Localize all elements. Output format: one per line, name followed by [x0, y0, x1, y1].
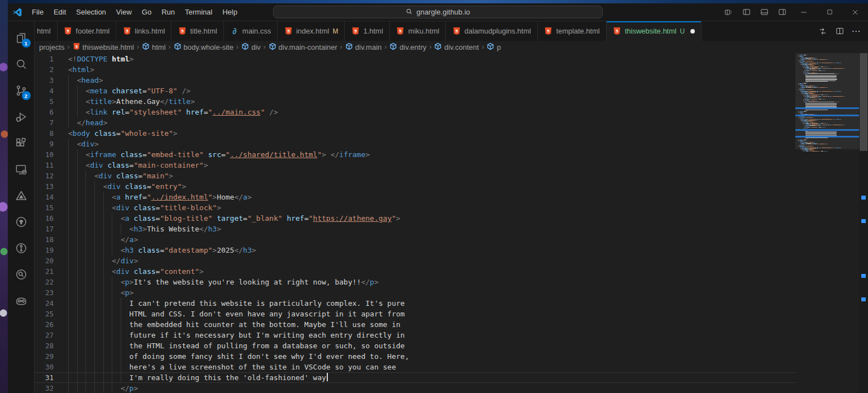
code-line-27[interactable]: 27future if it's necessary but I'm writi…: [35, 330, 795, 340]
code-line-19[interactable]: 19<h3 class="datestamp">2025</h3>: [35, 245, 795, 255]
activity-search-icon[interactable]: [8, 51, 35, 77]
menu-edit[interactable]: Edit: [49, 6, 71, 18]
code-editor[interactable]: 1<!DOCTYPE html>2<html>3<head>4<meta cha…: [35, 53, 868, 393]
menu-selection[interactable]: Selection: [71, 6, 111, 18]
toggle-panel-icon[interactable]: [755, 3, 773, 21]
code-line-10[interactable]: 10<iframe class="embed-title" src="../sh…: [35, 149, 795, 160]
code-line-21[interactable]: 21<div class="content">: [35, 266, 795, 277]
code-line-5[interactable]: 5<title>Athene.Gay</title>: [35, 96, 795, 107]
code-line-4[interactable]: 4<meta charset="UTF-8" />: [35, 86, 795, 96]
menu-terminal[interactable]: Terminal: [180, 6, 217, 18]
unsaved-dot-icon[interactable]: [690, 29, 695, 34]
code-line-9[interactable]: 9<div>: [35, 139, 795, 149]
close-button[interactable]: [842, 3, 868, 21]
tab-title.html[interactable]: 5title.html: [171, 21, 223, 41]
menu-help[interactable]: Help: [217, 6, 242, 18]
menu-go[interactable]: Go: [137, 6, 156, 18]
minimap-slider[interactable]: [795, 53, 859, 149]
code-area[interactable]: 1<!DOCTYPE html>2<html>3<head>4<meta cha…: [35, 54, 795, 393]
code-line-1[interactable]: 1<!DOCTYPE html>: [35, 54, 795, 64]
indent-guide: [85, 224, 94, 234]
indent-guide: [103, 319, 112, 330]
activity-godot-tools-icon[interactable]: [8, 287, 35, 314]
activity-extensions-icon[interactable]: [8, 130, 35, 156]
activity-gitlens-icon[interactable]: [8, 235, 35, 261]
tab-dalamudplugins.html[interactable]: 5dalamudplugins.html: [446, 21, 537, 41]
tab-index.html[interactable]: 5index.htmlM: [278, 21, 345, 41]
customize-layout-icon[interactable]: [719, 3, 737, 21]
editor-scrollbar[interactable]: [859, 53, 868, 393]
scrollbar-slider[interactable]: [860, 53, 867, 151]
code-line-26[interactable]: 26the embedded hit counter at the bottom…: [35, 319, 795, 330]
activity-explorer-icon[interactable]: 1: [8, 25, 35, 51]
breadcrumb-item-projects[interactable]: projects: [39, 43, 65, 51]
code-line-20[interactable]: 20</div>: [35, 255, 795, 266]
indent-guide: [68, 245, 77, 255]
breadcrumb-item-div.entry[interactable]: div.entry: [389, 42, 426, 52]
code-line-24[interactable]: 24I can't pretend this website is partic…: [35, 298, 795, 309]
breadcrumb-item-body.whole-site[interactable]: body.whole-site: [174, 42, 233, 52]
split-editor-icon[interactable]: [832, 24, 847, 39]
code-line-25[interactable]: 25HTML and CSS. I don't even have any ja…: [35, 309, 795, 319]
menu-file[interactable]: File: [27, 6, 49, 18]
line-number: 1: [35, 54, 54, 64]
code-line-32[interactable]: 32</p>: [35, 383, 795, 393]
tab-footer.html[interactable]: 5footer.html: [58, 21, 117, 41]
indent-guide: [103, 213, 112, 224]
minimap[interactable]: [795, 53, 859, 393]
command-center-search[interactable]: gnargle.github.io: [273, 6, 603, 18]
code-line-28[interactable]: 28the HTML instead of pulling from a dat…: [35, 340, 795, 351]
activity-commit-search-icon[interactable]: [8, 261, 35, 287]
tab-links.html[interactable]: 5links.html: [116, 21, 171, 41]
code-line-12[interactable]: 12<div class="main">: [35, 171, 795, 181]
toggle-secondary-sidebar-icon[interactable]: [773, 3, 791, 21]
minimize-button[interactable]: [791, 3, 817, 21]
code-line-11[interactable]: 11<div class="main-container">: [35, 160, 795, 171]
menu-view[interactable]: View: [111, 6, 137, 18]
code-line-6[interactable]: 6<link rel="stylesheet" href="../main.cs…: [35, 107, 795, 117]
activity-triangle-extension-icon[interactable]: [8, 182, 35, 209]
code-line-22[interactable]: 22<p>It's the website you're looking at …: [35, 277, 795, 287]
code-line-2[interactable]: 2<html>: [35, 64, 795, 75]
code-line-23[interactable]: 23<p>: [35, 287, 795, 298]
code-line-7[interactable]: 7</head>: [35, 117, 795, 128]
tab-thiswebsite.html[interactable]: 5thiswebsite.htmlU: [607, 21, 702, 41]
activity-run-and-debug-icon[interactable]: [8, 103, 35, 130]
more-actions-icon[interactable]: ⋯: [849, 24, 864, 39]
indent-guide: [121, 373, 130, 382]
breadcrumb-item-div.main-container[interactable]: div.main-container: [269, 42, 337, 52]
code-line-30[interactable]: 30here's a live screenshot of the site i…: [35, 362, 795, 372]
tab-html[interactable]: html: [35, 21, 58, 41]
code-line-15[interactable]: 15<div class="title-block">: [35, 202, 795, 213]
indent-guide: [77, 330, 86, 340]
indent-guide: [94, 181, 103, 192]
tab-main.css[interactable]: ∂main.css: [224, 21, 278, 41]
code-line-14[interactable]: 14<a href="../index.html">Home</a>: [35, 192, 795, 202]
tab-1.html[interactable]: 51.html: [345, 21, 389, 41]
breadcrumb-item-div[interactable]: div: [241, 42, 261, 52]
menu-run[interactable]: Run: [156, 6, 180, 18]
breadcrumb-item-div.content[interactable]: div.content: [434, 42, 479, 52]
code-line-18[interactable]: 18</a>: [35, 234, 795, 245]
breadcrumb-item-thiswebsite.html[interactable]: 5thiswebsite.html: [73, 42, 134, 52]
breadcrumb-item-div.main[interactable]: div.main: [345, 42, 381, 52]
breadcrumb-item-p[interactable]: p: [487, 42, 500, 52]
indent-guide: [121, 224, 130, 234]
indent-guide: [68, 330, 77, 340]
code-line-31[interactable]: 31I'm really doing this the 'old-fashion…: [35, 372, 795, 383]
code-line-13[interactable]: 13<div class="entry">: [35, 181, 795, 192]
code-line-29[interactable]: 29of doing some fancy shit I don't see w…: [35, 351, 795, 362]
tab-template.html[interactable]: 5template.html: [538, 21, 607, 41]
activity-source-control-icon[interactable]: 2: [8, 77, 35, 103]
maximize-button[interactable]: [817, 3, 842, 21]
toggle-primary-sidebar-icon[interactable]: [737, 3, 755, 21]
code-line-17[interactable]: 17<h3>This Website</h3>: [35, 224, 795, 234]
tab-miku.html[interactable]: 5miku.html: [390, 21, 446, 41]
code-line-3[interactable]: 3<head>: [35, 75, 795, 86]
activity-github-icon[interactable]: [8, 209, 35, 235]
breadcrumb-item-html[interactable]: html: [142, 42, 166, 52]
code-line-8[interactable]: 8<body class="whole-site">: [35, 128, 795, 139]
activity-remote-explorer-icon[interactable]: [8, 156, 35, 182]
open-changes-icon[interactable]: [815, 24, 830, 39]
code-line-16[interactable]: 16<a class="blog-title" target="_blank" …: [35, 213, 795, 224]
